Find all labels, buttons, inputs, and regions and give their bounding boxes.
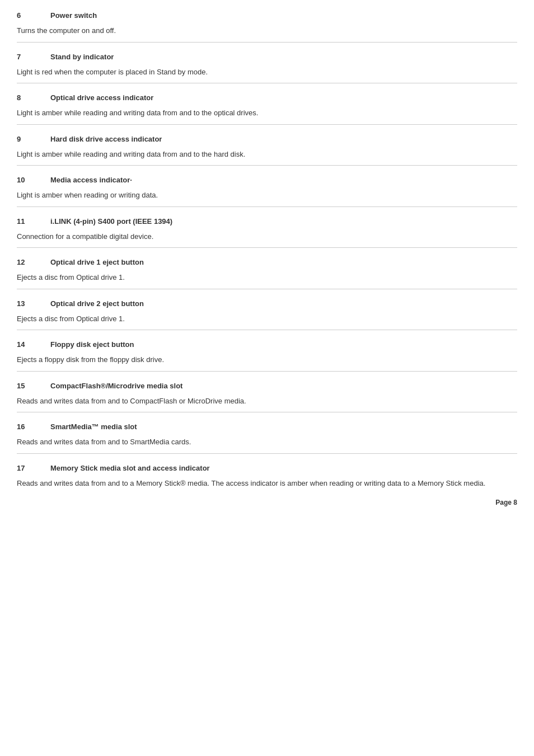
entry-12-number: 12 xyxy=(17,258,50,266)
page-number: Page 8 xyxy=(495,499,517,506)
entry-15-description: Reads and writes data from and to Compac… xyxy=(17,396,517,407)
entry-7: 7Stand by indicatorLight is red when the… xyxy=(17,53,517,84)
entry-8-header: 8Optical drive access indicator xyxy=(17,93,517,102)
entry-14-header: 14Floppy disk eject button xyxy=(17,340,517,349)
page-footer: Page 8 xyxy=(17,499,517,506)
entry-9: 9Hard disk drive access indicatorLight i… xyxy=(17,135,517,166)
entry-11-number: 11 xyxy=(17,217,50,226)
entry-17: 17Memory Stick media slot and access ind… xyxy=(17,464,517,489)
entry-16-title: SmartMedia™ media slot xyxy=(50,422,137,431)
entry-9-number: 9 xyxy=(17,135,50,143)
entry-11-header: 11i.LINK (4-pin) S400 port (IEEE 1394) xyxy=(17,217,517,226)
entry-9-header: 9Hard disk drive access indicator xyxy=(17,135,517,143)
entry-14: 14Floppy disk eject buttonEjects a flopp… xyxy=(17,340,517,372)
section-divider xyxy=(17,42,517,43)
entry-15-header: 15CompactFlash®/Microdrive media slot xyxy=(17,382,517,390)
section-divider xyxy=(17,453,517,454)
entry-12: 12Optical drive 1 eject buttonEjects a d… xyxy=(17,258,517,289)
section-divider xyxy=(17,247,517,248)
entry-12-title: Optical drive 1 eject button xyxy=(50,258,144,266)
entry-7-number: 7 xyxy=(17,53,50,61)
entry-16: 16SmartMedia™ media slotReads and writes… xyxy=(17,422,517,454)
section-divider xyxy=(17,206,517,207)
entry-15-number: 15 xyxy=(17,382,50,390)
entry-6-title: Power switch xyxy=(50,11,97,20)
entry-13-title: Optical drive 2 eject button xyxy=(50,299,144,308)
page-content: 6Power switchTurns the computer on and o… xyxy=(17,11,517,506)
entry-17-title: Memory Stick media slot and access indic… xyxy=(50,464,210,472)
entry-7-description: Light is red when the computer is placed… xyxy=(17,67,517,78)
entry-13-description: Ejects a disc from Optical drive 1. xyxy=(17,313,517,325)
entry-9-title: Hard disk drive access indicator xyxy=(50,135,162,143)
entry-7-title: Stand by indicator xyxy=(50,53,114,61)
entry-8-title: Optical drive access indicator xyxy=(50,93,153,102)
entry-8-description: Light is amber while reading and writing… xyxy=(17,107,517,119)
section-divider xyxy=(17,412,517,412)
section-divider xyxy=(17,289,517,289)
entry-11-description: Connection for a compatible digital devi… xyxy=(17,231,517,242)
entry-10: 10Media access indicator·Light is amber … xyxy=(17,176,517,207)
entry-13-number: 13 xyxy=(17,299,50,308)
entry-7-header: 7Stand by indicator xyxy=(17,53,517,61)
entry-8: 8Optical drive access indicatorLight is … xyxy=(17,93,517,125)
entry-17-number: 17 xyxy=(17,464,50,472)
entry-6-number: 6 xyxy=(17,11,50,20)
entry-10-header: 10Media access indicator· xyxy=(17,176,517,184)
entry-6-description: Turns the computer on and off. xyxy=(17,25,517,36)
section-divider xyxy=(17,371,517,372)
entry-14-number: 14 xyxy=(17,340,50,349)
entry-16-description: Reads and writes data from and to SmartM… xyxy=(17,436,517,448)
entry-17-header: 17Memory Stick media slot and access ind… xyxy=(17,464,517,472)
section-divider xyxy=(17,330,517,330)
entry-10-description: Light is amber when reading or writing d… xyxy=(17,190,517,201)
entry-13-header: 13Optical drive 2 eject button xyxy=(17,299,517,308)
entry-17-description: Reads and writes data from and to a Memo… xyxy=(17,478,517,489)
entry-11-title: i.LINK (4-pin) S400 port (IEEE 1394) xyxy=(50,217,172,226)
entry-6-header: 6Power switch xyxy=(17,11,517,20)
entry-9-description: Light is amber while reading and writing… xyxy=(17,149,517,160)
entry-16-header: 16SmartMedia™ media slot xyxy=(17,422,517,431)
entry-6: 6Power switchTurns the computer on and o… xyxy=(17,11,517,43)
section-divider xyxy=(17,83,517,83)
entry-15-title: CompactFlash®/Microdrive media slot xyxy=(50,382,182,390)
entry-16-number: 16 xyxy=(17,422,50,431)
section-divider xyxy=(17,165,517,166)
entry-15: 15CompactFlash®/Microdrive media slotRea… xyxy=(17,382,517,413)
entry-13: 13Optical drive 2 eject buttonEjects a d… xyxy=(17,299,517,331)
entry-8-number: 8 xyxy=(17,93,50,102)
entry-11: 11i.LINK (4-pin) S400 port (IEEE 1394)Co… xyxy=(17,217,517,248)
section-divider xyxy=(17,124,517,125)
entry-10-number: 10 xyxy=(17,176,50,184)
entry-12-description: Ejects a disc from Optical drive 1. xyxy=(17,272,517,283)
entry-12-header: 12Optical drive 1 eject button xyxy=(17,258,517,266)
entry-10-title: Media access indicator· xyxy=(50,176,132,184)
entry-14-title: Floppy disk eject button xyxy=(50,340,134,349)
entry-14-description: Ejects a floppy disk from the floppy dis… xyxy=(17,354,517,365)
